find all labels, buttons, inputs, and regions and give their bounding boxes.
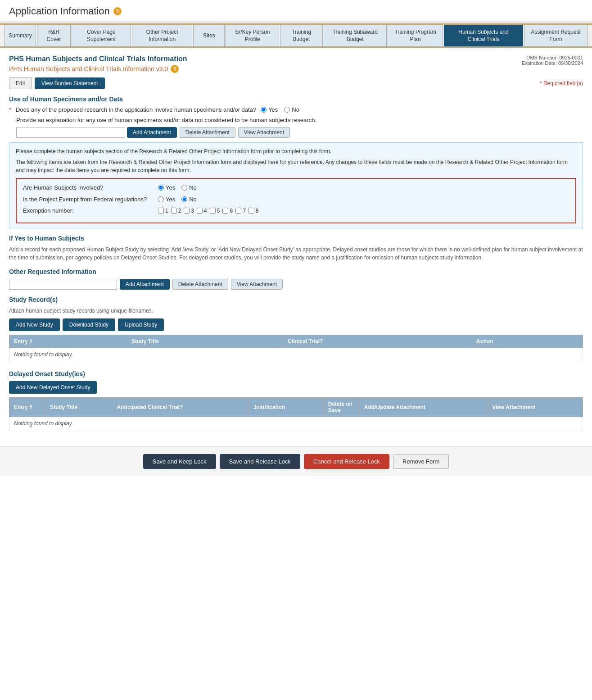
delayed-onset-empty-row: Nothing found to display. <box>9 417 583 430</box>
phs-subtitle: PHS Human Subjects and Clinical Trials I… <box>9 65 187 73</box>
exempt-radio: Yes No <box>158 195 197 204</box>
exemption-1-checkbox[interactable] <box>158 208 164 214</box>
study-records-empty-row: Nothing found to display. <box>9 348 583 361</box>
exemption-7-label[interactable]: 7 <box>235 207 246 215</box>
page-header: Application Information ? <box>0 0 592 21</box>
info-line2: The following items are taken from the R… <box>16 158 576 174</box>
save-keep-lock-button[interactable]: Save and Keep Lock <box>143 454 216 469</box>
exemption-2-checkbox[interactable] <box>171 208 177 214</box>
delayed-col-title: Study Title <box>45 397 113 417</box>
if-yes-section-title: If Yes to Human Subjects <box>9 235 583 242</box>
tab-training-budget[interactable]: Training Budget <box>280 25 322 46</box>
if-yes-description: Add a record for each proposed Human Sub… <box>9 245 583 262</box>
exempt-yes-radio[interactable] <box>158 196 164 202</box>
exemption-2-label[interactable]: 2 <box>171 207 181 215</box>
exemption-5-label[interactable]: 5 <box>210 207 220 215</box>
study-records-title: Study Record(s) <box>9 296 583 303</box>
human-specimens-no-label[interactable]: No <box>284 106 299 113</box>
omb-info: OMB Number: 0925-0001 Expiration Date: 0… <box>522 55 583 66</box>
exemption-7-checkbox[interactable] <box>235 208 241 214</box>
exemption-4-label[interactable]: 4 <box>197 207 207 215</box>
other-add-attachment[interactable]: Add Attachment <box>120 279 170 290</box>
tab-training-subaward[interactable]: Training Subaward Budget <box>324 25 387 46</box>
tab-person-profile[interactable]: Sr/Key Person Profile <box>226 25 279 46</box>
hs-involved-no-label[interactable]: No <box>181 183 197 192</box>
delayed-col-view: View Attachment <box>488 397 583 417</box>
page-title: Application Information ? <box>9 5 583 17</box>
hs-involved-yes-label[interactable]: Yes <box>158 183 175 192</box>
exemption-8-checkbox[interactable] <box>249 208 254 214</box>
specimens-view-attachment[interactable]: View Attachment <box>238 127 290 138</box>
delayed-col-add-update: Add/Update Attachment <box>359 397 487 417</box>
exempt-no-label[interactable]: No <box>181 195 197 204</box>
exemption-6-label[interactable]: 6 <box>222 207 233 215</box>
nav-tabs: Summary R&R Cover Cover Page Supplement … <box>0 21 592 48</box>
save-release-lock-button[interactable]: Save and Release Lock <box>220 454 300 469</box>
cancel-release-lock-button[interactable]: Cancel and Release Lock <box>304 454 389 469</box>
tab-cover-page[interactable]: Cover Page Supplement <box>72 25 131 46</box>
specimens-add-attachment[interactable]: Add Attachment <box>127 127 177 138</box>
exemption-5-checkbox[interactable] <box>210 208 216 214</box>
phs-main-title: PHS Human Subjects and Clinical Trials I… <box>9 55 187 63</box>
form-toolbar: Edit View Burden Statement * Required fi… <box>9 77 583 89</box>
col-clinical-trial: Clinical Trial? <box>283 335 472 348</box>
exemption-3-checkbox[interactable] <box>184 208 190 214</box>
delayed-col-delete: Delete on Save <box>323 397 359 417</box>
page-help-icon[interactable]: ? <box>113 7 122 15</box>
specimens-delete-attachment[interactable]: Delete Attachment <box>180 127 235 138</box>
study-action-buttons: Add New Study Download Study Upload Stud… <box>9 318 583 331</box>
explanation-label: Provide an explanation for any use of hu… <box>16 117 583 123</box>
exempt-row: Is the Project Exempt from Federal regul… <box>23 195 569 204</box>
human-specimens-no-radio[interactable] <box>284 107 290 113</box>
delayed-onset-btn-wrap: Add New Delayed Onset Study <box>9 381 583 394</box>
main-content: PHS Human Subjects and Clinical Trials I… <box>0 48 592 437</box>
study-records-table: Entry # Study Title Clinical Trial? Acti… <box>9 335 583 361</box>
human-specimens-question-row: * Does any of the proposed research in t… <box>9 106 583 113</box>
exemption-1-label[interactable]: 1 <box>158 207 168 215</box>
other-view-attachment[interactable]: View Attachment <box>231 279 283 290</box>
add-new-study-button[interactable]: Add New Study <box>9 318 60 331</box>
info-box: Please complete the human subjects secti… <box>9 142 583 228</box>
download-study-button[interactable]: Download Study <box>63 318 115 331</box>
tab-human-subjects[interactable]: Human Subjects and Clinical Trials <box>444 25 523 46</box>
exempt-no-radio[interactable] <box>181 196 187 202</box>
tab-summary[interactable]: Summary <box>5 25 36 46</box>
hs-involved-yes-radio[interactable] <box>158 185 164 191</box>
other-delete-attachment[interactable]: Delete Attachment <box>172 279 228 290</box>
tab-other-project[interactable]: Other Project Information <box>132 25 193 46</box>
add-delayed-onset-button[interactable]: Add New Delayed Onset Study <box>9 381 97 394</box>
delayed-col-justification: Justification <box>249 397 323 417</box>
exemption-8-label[interactable]: 8 <box>249 207 259 215</box>
other-attachment-row: Add Attachment Delete Attachment View At… <box>9 279 583 290</box>
tab-rr-cover[interactable]: R&R Cover <box>37 25 71 46</box>
edit-button[interactable]: Edit <box>9 77 32 89</box>
inner-reference-box: Are Human Subjects Involved? Yes No Is t… <box>16 178 576 223</box>
exemption-6-checkbox[interactable] <box>222 208 228 214</box>
specimens-attachment-input[interactable] <box>16 127 124 138</box>
view-burden-button[interactable]: View Burden Statement <box>35 77 105 89</box>
exempt-label: Is the Project Exempt from Federal regul… <box>23 195 158 204</box>
remove-form-button[interactable]: Remove Form <box>393 454 449 469</box>
delayed-onset-table: Entry # Study Title Anticipated Clinical… <box>9 397 583 430</box>
human-subjects-involved-radio: Yes No <box>158 183 197 192</box>
tab-assignment-request[interactable]: Assignment Request Form <box>524 25 587 46</box>
human-specimens-yes-radio[interactable] <box>261 107 267 113</box>
exemption-4-checkbox[interactable] <box>197 208 203 214</box>
human-specimens-yes-label[interactable]: Yes <box>261 106 278 113</box>
study-records-subtitle: Attach human subject study records using… <box>9 307 583 315</box>
human-specimens-question: Does any of the proposed research in the… <box>16 106 256 113</box>
human-subjects-involved-label: Are Human Subjects Involved? <box>23 183 158 192</box>
exemption-3-label[interactable]: 3 <box>184 207 194 215</box>
exemption-checkboxes: 1 2 3 4 5 6 7 8 <box>158 207 259 215</box>
delayed-onset-empty-cell: Nothing found to display. <box>9 417 583 430</box>
upload-study-button[interactable]: Upload Study <box>118 318 164 331</box>
other-attachment-input[interactable] <box>9 279 117 290</box>
other-requested-title: Other Requested Information <box>9 268 583 275</box>
tab-training-program[interactable]: Training Program Plan <box>388 25 443 46</box>
phs-help-icon[interactable]: ? <box>171 65 179 73</box>
col-action: Action <box>472 335 583 348</box>
hs-involved-no-radio[interactable] <box>181 185 187 191</box>
exempt-yes-label[interactable]: Yes <box>158 195 175 204</box>
tab-sites[interactable]: Sites <box>193 25 225 46</box>
study-records-table-wrap: Entry # Study Title Clinical Trial? Acti… <box>9 335 583 361</box>
